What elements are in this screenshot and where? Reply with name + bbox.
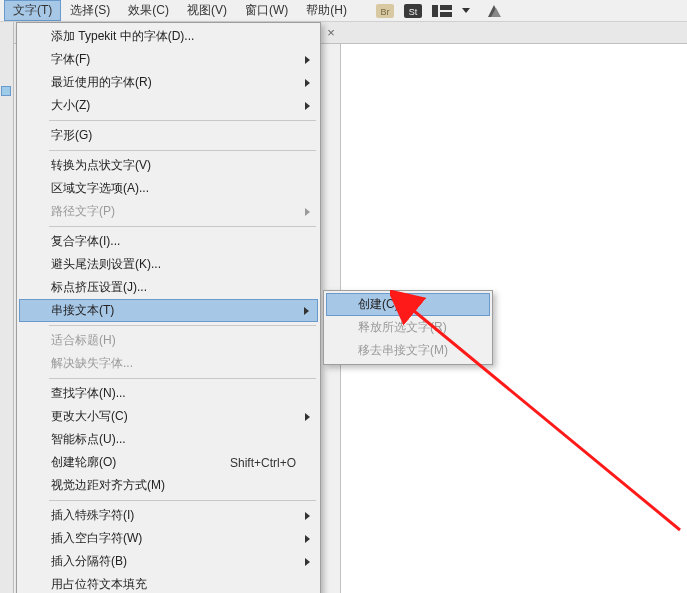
svg-rect-6 <box>440 12 452 17</box>
menu-item-insert-whitespace[interactable]: 插入空白字符(W) <box>19 527 318 550</box>
submenu-arrow-icon <box>305 56 310 64</box>
menu-item-mojikumi[interactable]: 标点挤压设置(J)... <box>19 276 318 299</box>
arrange-docs-icon[interactable] <box>432 4 452 18</box>
menu-item-optical-margin[interactable]: 视觉边距对齐方式(M) <box>19 474 318 497</box>
menu-item-label: 字体(F) <box>51 51 90 68</box>
menu-item-label: 避头尾法则设置(K)... <box>51 256 161 273</box>
menu-item-label: 解决缺失字体... <box>51 355 133 372</box>
ruler-corner <box>0 22 14 44</box>
menu-item-composite-fonts[interactable]: 复合字体(I)... <box>19 230 318 253</box>
svg-rect-4 <box>432 5 438 17</box>
menu-item-label: 添加 Typekit 中的字体(D)... <box>51 28 194 45</box>
left-gutter <box>0 44 14 593</box>
submenu-arrow-icon <box>305 102 310 110</box>
menu-item-label: 创建轮廓(O) <box>51 454 116 471</box>
menu-item-label: 转换为点状文字(V) <box>51 157 151 174</box>
submenu-arrow-icon <box>305 535 310 543</box>
menu-item-label: 更改大小写(C) <box>51 408 128 425</box>
submenu-item-release-selection: 释放所选文字(R) <box>326 316 490 339</box>
menubar-right-icons: Br St <box>376 3 502 19</box>
menu-item-glyphs[interactable]: 字形(G) <box>19 124 318 147</box>
menu-item-label: 适合标题(H) <box>51 332 116 349</box>
menu-separator <box>49 226 316 227</box>
menu-item-label: 移去串接文字(M) <box>358 342 448 359</box>
submenu-threaded-text: 创建(C) 释放所选文字(R) 移去串接文字(M) <box>323 290 493 365</box>
menu-item-smart-punctuation[interactable]: 智能标点(U)... <box>19 428 318 451</box>
menu-separator <box>49 500 316 501</box>
menu-item-insert-break[interactable]: 插入分隔符(B) <box>19 550 318 573</box>
menu-item-area-type-options[interactable]: 区域文字选项(A)... <box>19 177 318 200</box>
menu-item-label: 字形(G) <box>51 127 92 144</box>
menu-item-label: 插入特殊字符(I) <box>51 507 134 524</box>
submenu-arrow-icon <box>305 79 310 87</box>
menu-item-label: 区域文字选项(A)... <box>51 180 149 197</box>
menu-item-find-font[interactable]: 查找字体(N)... <box>19 382 318 405</box>
svg-text:St: St <box>409 7 418 17</box>
menu-item-create-outlines[interactable]: 创建轮廓(O)Shift+Ctrl+O <box>19 451 318 474</box>
menu-item-threaded-text[interactable]: 串接文本(T) <box>19 299 318 322</box>
menubar-item-window[interactable]: 窗口(W) <box>236 0 297 21</box>
svg-rect-5 <box>440 5 452 10</box>
menu-item-label: 视觉边距对齐方式(M) <box>51 477 165 494</box>
submenu-item-remove-threading: 移去串接文字(M) <box>326 339 490 362</box>
menu-item-label: 大小(Z) <box>51 97 90 114</box>
menu-item-size[interactable]: 大小(Z) <box>19 94 318 117</box>
menu-item-fill-placeholder[interactable]: 用占位符文本填充 <box>19 573 318 593</box>
submenu-arrow-icon <box>304 307 309 315</box>
menu-item-label: 标点挤压设置(J)... <box>51 279 147 296</box>
menu-item-insert-special-char[interactable]: 插入特殊字符(I) <box>19 504 318 527</box>
menu-separator <box>49 120 316 121</box>
submenu-arrow-icon <box>305 413 310 421</box>
svg-marker-7 <box>462 8 470 13</box>
menu-item-label: 用占位符文本填充 <box>51 576 147 593</box>
menu-text-dropdown: 添加 Typekit 中的字体(D)... 字体(F) 最近使用的字体(R) 大… <box>16 22 321 593</box>
menu-item-label: 串接文本(T) <box>51 302 114 319</box>
svg-text:Br: Br <box>381 7 390 17</box>
chevron-down-icon[interactable] <box>462 7 470 15</box>
menu-item-change-case[interactable]: 更改大小写(C) <box>19 405 318 428</box>
gutter-marker <box>1 86 11 96</box>
menu-item-label: 插入分隔符(B) <box>51 553 127 570</box>
menu-item-label: 插入空白字符(W) <box>51 530 142 547</box>
menu-item-label: 路径文字(P) <box>51 203 115 220</box>
menu-item-shortcut: Shift+Ctrl+O <box>230 456 296 470</box>
menu-item-fit-headline: 适合标题(H) <box>19 329 318 352</box>
menu-item-recent-fonts[interactable]: 最近使用的字体(R) <box>19 71 318 94</box>
menu-separator <box>49 378 316 379</box>
menu-item-label: 复合字体(I)... <box>51 233 120 250</box>
menubar-item-text[interactable]: 文字(T) <box>4 0 61 21</box>
menu-item-font[interactable]: 字体(F) <box>19 48 318 71</box>
menu-item-resolve-missing-fonts: 解决缺失字体... <box>19 352 318 375</box>
submenu-arrow-icon <box>305 558 310 566</box>
menu-separator <box>49 150 316 151</box>
menu-item-label: 智能标点(U)... <box>51 431 126 448</box>
workspace-switcher-icon[interactable] <box>486 3 502 19</box>
menu-item-type-on-path: 路径文字(P) <box>19 200 318 223</box>
bridge-icon[interactable]: Br <box>376 4 394 18</box>
menubar-item-select[interactable]: 选择(S) <box>61 0 119 21</box>
menu-item-label: 创建(C) <box>358 296 399 313</box>
menu-separator <box>49 325 316 326</box>
menu-item-label: 查找字体(N)... <box>51 385 126 402</box>
menu-item-kinsoku[interactable]: 避头尾法则设置(K)... <box>19 253 318 276</box>
menu-item-label: 释放所选文字(R) <box>358 319 447 336</box>
submenu-arrow-icon <box>305 208 310 216</box>
tab-close-button[interactable]: × <box>324 26 338 40</box>
menu-item-add-typekit[interactable]: 添加 Typekit 中的字体(D)... <box>19 25 318 48</box>
menubar-item-view[interactable]: 视图(V) <box>178 0 236 21</box>
menubar: 文字(T) 选择(S) 效果(C) 视图(V) 窗口(W) 帮助(H) Br S… <box>0 0 687 22</box>
menubar-item-effect[interactable]: 效果(C) <box>119 0 178 21</box>
menubar-item-help[interactable]: 帮助(H) <box>297 0 356 21</box>
submenu-item-create[interactable]: 创建(C) <box>326 293 490 316</box>
menu-item-label: 最近使用的字体(R) <box>51 74 152 91</box>
submenu-arrow-icon <box>305 512 310 520</box>
menu-item-convert-point-type[interactable]: 转换为点状文字(V) <box>19 154 318 177</box>
stock-icon[interactable]: St <box>404 4 422 18</box>
